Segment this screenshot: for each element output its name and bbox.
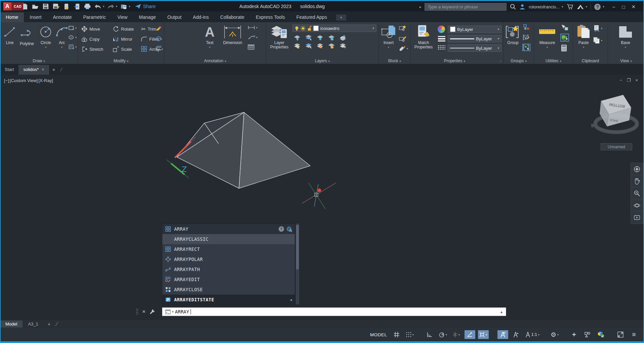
user-caret-icon[interactable]: ▾	[562, 5, 563, 8]
popup-scrollbar-thumb[interactable]	[296, 225, 299, 269]
offset-button[interactable]	[155, 46, 162, 50]
drawing-canvas[interactable]: [−] [Custom View] [X-Ray] − ❐ ×	[0, 75, 644, 320]
panel-label-annotation[interactable]: Annotation▾	[164, 59, 266, 63]
panel-label-layers[interactable]: Layers▾	[266, 59, 378, 63]
redo-icon[interactable]	[107, 2, 115, 10]
new-layout-button[interactable]: +	[48, 321, 50, 327]
rectangle-button[interactable]: ▾	[69, 26, 77, 30]
save-icon[interactable]	[42, 2, 50, 10]
layer-select[interactable]: icosaedro ▾	[292, 25, 376, 32]
cut-button[interactable]: ▾	[593, 25, 602, 32]
save-to-mobile-icon[interactable]	[73, 2, 81, 10]
table-button[interactable]	[248, 44, 254, 50]
object-color-select[interactable]: ByLayer ▾	[448, 26, 501, 33]
search-input[interactable]	[425, 3, 507, 11]
search-icon[interactable]	[510, 4, 516, 10]
tab-insert[interactable]: Insert	[24, 12, 47, 22]
orbit-button[interactable]	[631, 199, 643, 212]
command-help-icon[interactable]: ?	[279, 226, 284, 232]
file-tab-overflow-icon[interactable]: /	[60, 67, 63, 72]
tab-parametric[interactable]: Parametric	[77, 12, 112, 22]
command-bar-grip-icon[interactable]	[136, 308, 138, 315]
tab-output[interactable]: Output	[162, 12, 187, 22]
object-snap-toggle[interactable]: ▾	[478, 330, 489, 339]
layout-tab-a3-1[interactable]: A3_1	[23, 320, 43, 328]
panel-label-draw[interactable]: Draw▾	[0, 59, 78, 63]
scale-button[interactable]: Scale	[113, 45, 132, 53]
popup-item-array[interactable]: ARRAY ?	[162, 224, 295, 234]
isolate-objects-toggle[interactable]	[582, 330, 593, 339]
erase-button[interactable]	[155, 26, 162, 31]
command-bar-wrench-icon[interactable]	[149, 309, 155, 315]
store-cart-icon[interactable]	[567, 4, 573, 10]
line-button[interactable]: Line	[2, 24, 17, 45]
create-block-button[interactable]	[399, 25, 406, 31]
annotation-visibility-toggle[interactable]	[497, 330, 508, 339]
edit-block-button[interactable]	[399, 36, 406, 42]
tab-collaborate[interactable]: Collaborate	[214, 12, 250, 22]
snap-mode-toggle[interactable]: ▾	[405, 330, 415, 339]
polyline-button[interactable]: Polyline	[17, 24, 36, 46]
model-space-toggle[interactable]: MODEL	[370, 332, 387, 337]
plot-icon[interactable]	[83, 2, 91, 10]
batch-plot-icon[interactable]	[120, 2, 128, 10]
move-button[interactable]: Move	[81, 25, 100, 33]
properties-dialog-launcher-icon[interactable]: ⌟	[500, 59, 501, 62]
file-tab-solidos[interactable]: solidos* ×	[18, 65, 49, 75]
linear-dimension-button[interactable]: ▾	[248, 26, 257, 30]
autoscale-toggle[interactable]	[511, 330, 522, 339]
help-caret-icon[interactable]: ▾	[603, 5, 604, 8]
popup-item-arraypath[interactable]: ARRAYPATH	[162, 264, 295, 274]
annotation-scale-display[interactable]: 1:1▾	[524, 330, 540, 339]
customization-menu-button[interactable]: ≡	[629, 330, 639, 339]
popup-scrollbar[interactable]	[296, 224, 299, 304]
qat-customize-caret-icon[interactable]: ▾	[129, 5, 130, 8]
file-tab-start[interactable]: Start	[0, 65, 18, 75]
popup-item-arrayrect[interactable]: ARRAYRECT	[162, 244, 295, 254]
zoom-extents-button[interactable]	[631, 187, 643, 199]
copy-button[interactable]: Copy	[81, 35, 99, 43]
quick-select-button[interactable]	[560, 24, 568, 31]
graphics-performance-toggle[interactable]	[596, 330, 606, 339]
isometric-drafting-toggle[interactable]: ▾	[451, 330, 462, 339]
ortho-mode-toggle[interactable]	[424, 330, 435, 339]
command-input-field[interactable]: ▾ ARRAY ▲	[162, 307, 506, 316]
autodesk-caret-icon[interactable]: ▾	[586, 5, 588, 8]
group-edit-button[interactable]	[523, 34, 530, 40]
file-tab-close-icon[interactable]: ×	[42, 67, 44, 72]
user-avatar-icon[interactable]	[519, 4, 525, 10]
ungroup-button[interactable]	[523, 24, 530, 30]
select-similar-button[interactable]	[560, 34, 569, 42]
base-button[interactable]: Base ▾	[616, 24, 635, 49]
autodesk-logo-icon[interactable]	[577, 4, 584, 9]
group-selection-toggle[interactable]	[522, 44, 530, 51]
insert-button[interactable]: Insert ▾	[380, 24, 397, 49]
panel-label-view[interactable]: View▾	[608, 59, 644, 63]
panel-label-properties[interactable]: Properties▾⌟	[411, 59, 503, 63]
match-properties-button[interactable]: Match Properties	[413, 24, 434, 49]
close-button[interactable]: ×	[632, 3, 635, 10]
panel-label-utilities[interactable]: Utilities▾	[534, 59, 573, 63]
grid-display-toggle[interactable]	[391, 330, 402, 339]
share-button[interactable]: Share	[135, 4, 156, 9]
command-history-caret-icon[interactable]: ▲	[500, 310, 503, 314]
layer-properties-button[interactable]: Layer Properties	[268, 24, 290, 49]
panel-label-clipboard[interactable]: Clipboard	[573, 59, 608, 63]
minimize-button[interactable]: −	[612, 4, 615, 10]
object-snap-tracking-toggle[interactable]	[465, 330, 475, 339]
save-as-icon[interactable]	[52, 2, 60, 10]
panel-label-modify[interactable]: Modify▾	[78, 59, 164, 63]
arc-button[interactable]: Arc ▾	[55, 24, 69, 49]
stretch-button[interactable]: Stretch	[81, 45, 103, 53]
maximize-button[interactable]: □	[622, 4, 625, 10]
layout-tab-model[interactable]: Model	[0, 320, 23, 328]
tab-express-tools[interactable]: Express Tools	[250, 12, 291, 22]
help-icon[interactable]: ?	[594, 4, 601, 10]
panel-label-groups[interactable]: Groups▾	[504, 59, 534, 63]
tab-annotate[interactable]: Annotate	[47, 12, 77, 22]
open-file-icon[interactable]	[31, 2, 39, 10]
text-button[interactable]: A Text ▾	[202, 24, 217, 49]
leader-button[interactable]: ▾	[248, 35, 257, 40]
panel-label-block[interactable]: Block▾	[379, 59, 410, 63]
tab-featured-apps[interactable]: Featured Apps	[291, 12, 333, 22]
